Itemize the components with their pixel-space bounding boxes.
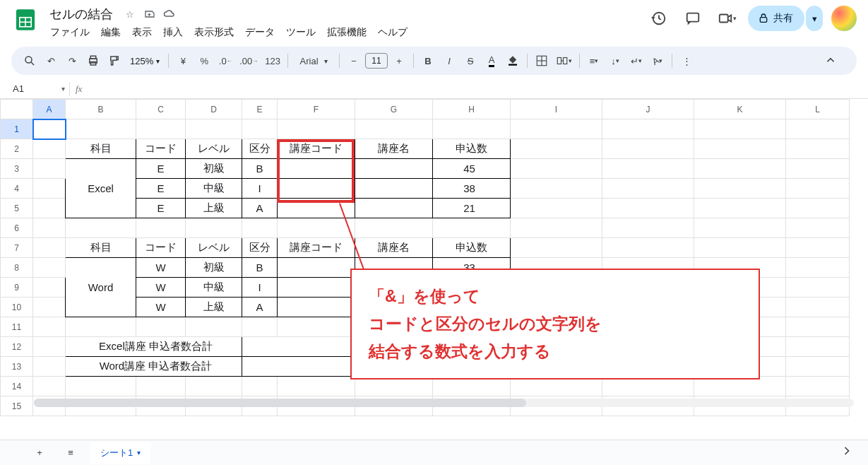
currency-icon[interactable]: ¥	[173, 51, 193, 71]
col-F[interactable]: F	[278, 100, 355, 119]
row-14[interactable]: 14	[1, 377, 33, 396]
col-H[interactable]: H	[433, 100, 511, 119]
grid-area: ABCDEFGHIJKL 1 2 科目 コード レベル 区分 講座コード 講座名…	[0, 99, 868, 434]
print-icon[interactable]	[83, 51, 103, 71]
avatar[interactable]	[831, 6, 857, 31]
cell-A1[interactable]	[33, 119, 66, 139]
menu-ext[interactable]: 拡張機能	[322, 23, 371, 42]
valign-icon[interactable]: ↓ ▾	[605, 51, 625, 71]
callout-line3: 結合する数式を入力する	[369, 338, 742, 365]
redo-icon[interactable]: ↷	[62, 51, 82, 71]
col-B[interactable]: B	[66, 100, 136, 119]
comment-icon[interactable]	[680, 6, 706, 31]
header-right: ▾ 共有 ▾	[646, 6, 857, 31]
fill-color-icon[interactable]	[503, 51, 523, 71]
bold-icon[interactable]: B	[418, 51, 438, 71]
row-13[interactable]: 13	[1, 357, 33, 377]
col-L[interactable]: L	[786, 100, 850, 119]
col-C[interactable]: C	[136, 100, 186, 119]
menu-data[interactable]: データ	[240, 23, 280, 42]
sheet-tabs-bar: + ≡ シート1 ▾	[0, 440, 868, 465]
row-2[interactable]: 2	[1, 139, 33, 159]
halign-icon[interactable]: ≡ ▾	[584, 51, 604, 71]
borders-icon[interactable]	[532, 51, 552, 71]
row-5[interactable]: 5	[1, 199, 33, 218]
row-7[interactable]: 7	[1, 238, 33, 258]
move-icon[interactable]	[143, 7, 157, 21]
explore-icon[interactable]	[840, 444, 857, 461]
font-select[interactable]: Arial ▾	[292, 51, 335, 71]
menu-view[interactable]: 表示	[127, 23, 157, 42]
merge-icon[interactable]: ▾	[553, 51, 575, 71]
callout-line1: 「&」を使って	[369, 283, 742, 310]
text-color-icon[interactable]: A	[482, 51, 501, 71]
row-6[interactable]: 6	[1, 218, 33, 238]
collapse-toolbar-icon[interactable]	[824, 54, 837, 69]
menu-file[interactable]: ファイル	[45, 23, 95, 42]
svg-rect-9	[90, 56, 96, 59]
row-15[interactable]: 15	[1, 396, 33, 416]
star-icon[interactable]: ☆	[123, 7, 137, 21]
font-size-input[interactable]: 11	[365, 53, 388, 69]
strike-icon[interactable]: S	[460, 51, 480, 71]
row-10[interactable]: 10	[1, 298, 33, 317]
more-icon[interactable]: ⋮	[677, 51, 696, 71]
svg-rect-6	[760, 18, 766, 23]
svg-rect-16	[564, 58, 567, 64]
col-D[interactable]: D	[186, 100, 242, 119]
dec-decrease-icon[interactable]: .0←	[215, 51, 235, 71]
undo-icon[interactable]: ↶	[41, 51, 61, 71]
col-K[interactable]: K	[694, 100, 786, 119]
sheets-logo[interactable]	[11, 6, 40, 34]
title-area: セルの結合 ☆ ファイル 編集 表示 挿入 表示形式 データ ツール 拡張機能 …	[45, 6, 412, 41]
search-icon[interactable]	[20, 51, 40, 71]
zoom-select[interactable]: 125% ▾	[126, 56, 164, 66]
col-E[interactable]: E	[242, 100, 278, 119]
menu-insert[interactable]: 挿入	[158, 23, 188, 42]
col-A[interactable]: A	[33, 100, 66, 119]
dec-increase-icon[interactable]: .00→	[237, 51, 261, 71]
menu-tools[interactable]: ツール	[281, 23, 321, 42]
row-12[interactable]: 12	[1, 337, 33, 357]
formula-bar: A1▾ fx	[0, 79, 868, 99]
row-9[interactable]: 9	[1, 278, 33, 298]
row-1[interactable]: 1	[1, 119, 33, 139]
font-dec-icon[interactable]: −	[344, 51, 364, 71]
menu-edit[interactable]: 編集	[96, 23, 126, 42]
share-label: 共有	[773, 12, 793, 25]
font-inc-icon[interactable]: +	[389, 51, 409, 71]
formula-input[interactable]	[88, 79, 868, 98]
row-11[interactable]: 11	[1, 317, 33, 337]
col-G[interactable]: G	[355, 100, 433, 119]
row-8[interactable]: 8	[1, 258, 33, 278]
callout-box: 「&」を使って コードと区分のセルの文字列を 結合する数式を入力する	[350, 269, 760, 379]
svg-rect-5	[719, 15, 727, 23]
svg-rect-4	[687, 13, 699, 22]
name-box[interactable]: A1▾	[7, 83, 69, 94]
wrap-icon[interactable]: ↵ ▾	[626, 51, 646, 71]
svg-rect-11	[509, 64, 517, 66]
sheet-tab-1[interactable]: シート1 ▾	[90, 442, 150, 464]
add-sheet-icon[interactable]: +	[28, 442, 51, 464]
menu-format[interactable]: 表示形式	[189, 23, 239, 42]
history-icon[interactable]	[646, 6, 672, 31]
menu-help[interactable]: ヘルプ	[373, 23, 412, 42]
share-button[interactable]: 共有	[748, 6, 804, 31]
rotate-icon[interactable]: A ▾	[648, 51, 667, 71]
col-I[interactable]: I	[511, 100, 602, 119]
all-sheets-icon[interactable]: ≡	[59, 442, 82, 464]
col-J[interactable]: J	[602, 100, 694, 119]
row-3[interactable]: 3	[1, 159, 33, 179]
meet-icon[interactable]: ▾	[714, 6, 739, 31]
h-scrollbar[interactable]	[34, 399, 854, 407]
paint-format-icon[interactable]	[105, 51, 124, 71]
more-formats-icon[interactable]: 123	[262, 51, 283, 71]
italic-icon[interactable]: I	[439, 51, 459, 71]
percent-icon[interactable]: %	[194, 51, 214, 71]
doc-title[interactable]: セルの結合	[45, 4, 117, 24]
svg-rect-15	[557, 58, 561, 64]
row-4[interactable]: 4	[1, 179, 33, 199]
share-dropdown[interactable]: ▾	[806, 6, 823, 31]
cloud-icon[interactable]	[162, 7, 177, 21]
header: セルの結合 ☆ ファイル 編集 表示 挿入 表示形式 データ ツール 拡張機能 …	[0, 0, 868, 41]
